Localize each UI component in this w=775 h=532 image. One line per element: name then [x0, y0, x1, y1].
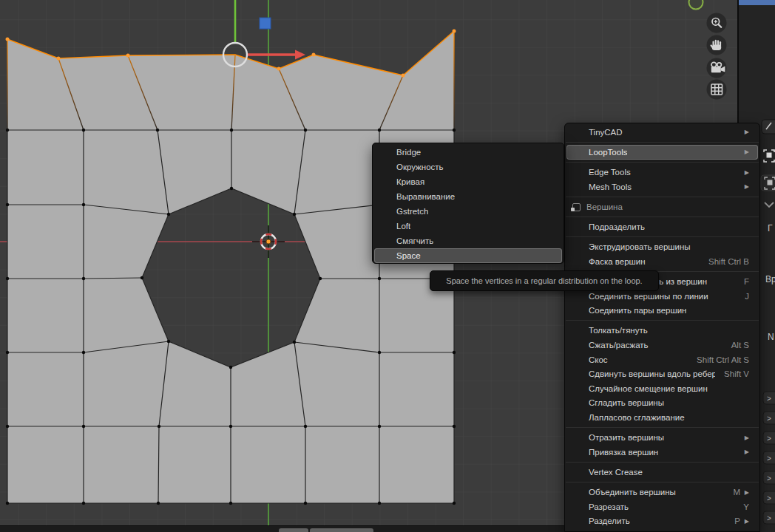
active-element-button[interactable] — [761, 175, 775, 191]
submenu-arrow-icon: ▶ — [740, 183, 749, 190]
chevron-right-icon: > — [767, 494, 771, 502]
menu-item-circle[interactable]: Окружность — [373, 160, 564, 174]
tooltip: Space the vertices in a regular distribu… — [430, 270, 659, 291]
chevron-down-icon[interactable] — [765, 202, 774, 207]
collapsed-panel-tabs: >>>>>>> — [763, 392, 775, 524]
menu-item-subdivide[interactable]: Подразделить — [565, 219, 759, 234]
menu-item-gstretch[interactable]: Gstretch — [373, 204, 564, 219]
submenu-arrow-icon: ▶ — [740, 149, 749, 155]
menu-item-merge-vertices[interactable]: Объединить вершиныM ▶ — [565, 485, 759, 499]
menu-item-edge-tools[interactable]: Edge Tools ▶ — [565, 165, 759, 180]
panel-header-accent — [739, 0, 775, 5]
menu-item-randomize-vertices[interactable]: Случайное смещение вершин — [565, 381, 759, 396]
menu-separator — [565, 318, 759, 324]
ortho-button[interactable] — [707, 80, 727, 100]
vertex-select-icon — [571, 202, 581, 211]
menu-separator — [565, 234, 759, 240]
menu-item-connect-vertex-pairs[interactable]: Соединить пары вершин — [565, 304, 759, 318]
menu-separator — [565, 140, 759, 146]
menu-item-slide-vertices[interactable]: Сдвинуть вершины вдоль реберShift V — [565, 366, 759, 381]
navigation-gizmo[interactable] — [689, 0, 703, 10]
menu-item-space[interactable]: Space — [374, 248, 562, 263]
collapsed-panel-tab[interactable]: > — [763, 471, 775, 484]
menu-separator — [565, 425, 759, 431]
submenu-arrow-icon: ▶ — [740, 518, 749, 525]
menu-item-laplacian-smooth[interactable]: Лапласово сглаживание — [565, 410, 759, 425]
menu-item-relax[interactable]: Смягчить — [373, 233, 564, 248]
menu-item-looptools[interactable]: LoopTools ▶ — [566, 145, 758, 160]
menu-item-bevel-vertices[interactable]: Фаска вершинShift Ctrl B — [565, 254, 759, 269]
menu-header-vertex: Вершина — [565, 200, 759, 214]
submenu-arrow-icon: ▶ — [740, 449, 749, 455]
status-button[interactable] — [310, 528, 373, 532]
menu-separator — [565, 214, 759, 220]
pan-button[interactable] — [707, 35, 727, 55]
chevron-right-icon: > — [767, 434, 771, 443]
object-origin-dot — [266, 239, 271, 244]
panel-text-fragment: Вр — [765, 274, 775, 284]
submenu-arrow-icon: ▶ — [740, 129, 749, 135]
menu-item-split[interactable]: РазрезатьY — [565, 499, 759, 514]
menu-item-extrude-vertices[interactable]: Экструдировать вершины — [565, 240, 759, 255]
submenu-arrow-icon: ▶ — [740, 434, 749, 441]
looptools-submenu: Bridge Окружность Кривая Выравнивание Gs… — [372, 143, 564, 264]
menu-item-bridge[interactable]: Bridge — [373, 145, 564, 160]
chevron-right-icon: > — [767, 474, 771, 482]
active-element-icon[interactable] — [764, 150, 774, 162]
submenu-arrow-icon: ▶ — [740, 489, 749, 496]
menu-item-flatten[interactable]: Выравнивание — [373, 189, 564, 204]
menu-item-separate[interactable]: РазделитьP ▶ — [565, 514, 759, 529]
chevron-right-icon: > — [767, 395, 771, 403]
menu-item-smooth-vertices[interactable]: Сгладить вершины — [565, 396, 759, 411]
menu-separator — [565, 160, 759, 166]
panel-text-fragment: N — [768, 332, 774, 342]
chevron-right-icon: > — [767, 454, 771, 463]
tooltip-text: Space the vertices in a regular distribu… — [446, 276, 642, 285]
chevron-right-icon: > — [767, 514, 771, 522]
blender-window: Г Вр N >>>>>>> TinyCAD ▶ LoopTools ▶ Edg… — [0, 0, 775, 532]
menu-item-snap-vertices[interactable]: Привязка вершин ▶ — [565, 445, 759, 460]
menu-separator — [565, 480, 759, 485]
collapsed-panel-tab[interactable]: > — [763, 451, 775, 464]
collapsed-panel-tab[interactable]: > — [763, 392, 775, 404]
submenu-arrow-icon: ▶ — [740, 169, 749, 176]
status-button[interactable] — [279, 528, 308, 532]
menu-item-shear[interactable]: СкосShift Ctrl Alt S — [565, 352, 759, 367]
menu-separator — [565, 194, 759, 200]
edit-button[interactable] — [762, 120, 775, 134]
menu-item-vertex-crease[interactable]: Vertex Crease — [565, 465, 759, 480]
collapsed-panel-tab[interactable]: > — [763, 412, 775, 424]
pan-hand-icon — [711, 41, 722, 50]
menu-item-mirror-vertices[interactable]: Отразить вершины ▶ — [565, 430, 759, 445]
menu-separator — [565, 460, 759, 466]
menu-item-tinycad[interactable]: TinyCAD ▶ — [565, 125, 759, 140]
menu-item-loft[interactable]: Loft — [373, 219, 564, 233]
chevron-right-icon: > — [767, 415, 771, 423]
camera-button[interactable] — [707, 58, 727, 78]
collapsed-panel-tab[interactable]: > — [763, 491, 775, 504]
menu-item-push-pull[interactable]: Толкать/тянуть — [565, 324, 759, 338]
menu-item-mesh-tools[interactable]: Mesh Tools ▶ — [565, 180, 759, 194]
menu-item-shrink-fatten[interactable]: Сжать/расжатьAlt S — [565, 338, 759, 352]
panel-text-fragment: Г — [768, 223, 773, 233]
collapsed-panel-tab[interactable]: > — [763, 511, 775, 524]
zoom-button[interactable] — [707, 13, 727, 33]
collapsed-panel-tab[interactable]: > — [763, 432, 775, 444]
menu-item-curve[interactable]: Кривая — [373, 174, 564, 189]
gizmo-blue-handle — [260, 18, 271, 29]
vertex-context-menu: TinyCAD ▶ LoopTools ▶ Edge Tools ▶ Mesh … — [564, 123, 760, 532]
